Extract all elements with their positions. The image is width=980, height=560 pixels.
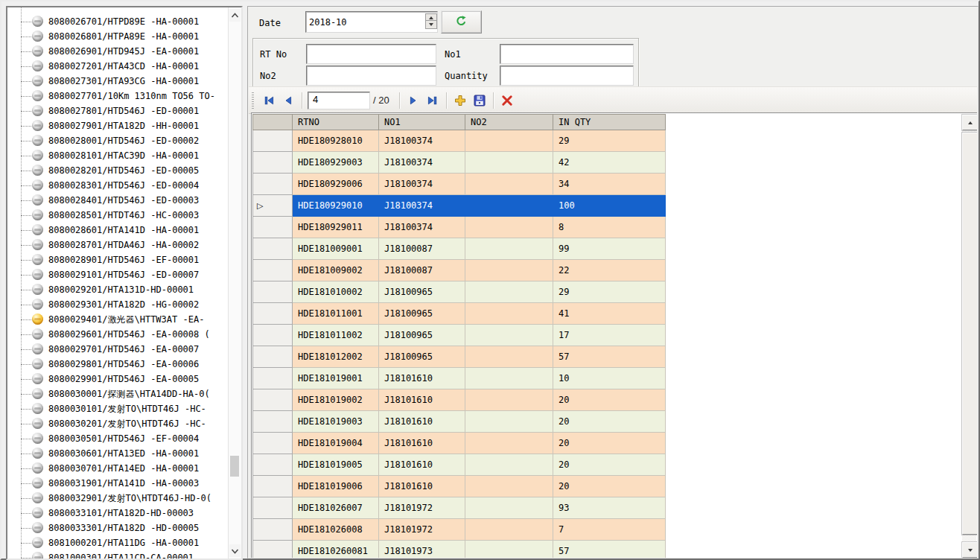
table-row[interactable]: HDE181026008J181019727 — [253, 519, 666, 541]
table-row[interactable]: HDE181009001J1810008799 — [253, 238, 666, 260]
grid-scroll-up-icon[interactable] — [962, 115, 977, 130]
grid-cell[interactable]: HDE181019002 — [293, 389, 379, 411]
grid-cell[interactable]: 41 — [553, 303, 666, 325]
grid-cell[interactable]: J18100374 — [379, 217, 465, 238]
grid-cell[interactable]: 22 — [553, 260, 666, 281]
tree-item[interactable]: 8080028701/HTDA46J -HA-00002 — [10, 238, 227, 252]
table-row[interactable]: HDE181026007J1810197293 — [253, 497, 666, 519]
grid-cell[interactable]: HDE181019004 — [293, 433, 379, 454]
grid-cell[interactable]: 17 — [553, 325, 666, 346]
rt-no-input[interactable] — [310, 47, 433, 61]
refresh-button[interactable] — [441, 10, 482, 34]
grid-cell[interactable]: J18101610 — [379, 476, 465, 497]
table-row[interactable]: HDE181011002J1810096517 — [253, 325, 666, 346]
grid-cell[interactable]: HDE180929010 — [293, 195, 379, 217]
grid-cell[interactable]: HDE1810260081 — [293, 541, 379, 559]
table-row[interactable]: HDE181012002J1810096557 — [253, 346, 666, 368]
grid-vertical-scrollbar[interactable] — [962, 115, 976, 556]
tree-item[interactable]: 8081000201/HTA11DG -HA-00001 — [10, 535, 227, 550]
grid-cell[interactable]: 42 — [553, 152, 666, 174]
grid-scroll-down-icon[interactable] — [962, 542, 977, 558]
last-page-button[interactable] — [423, 91, 442, 110]
grid-cell[interactable]: HDE181019006 — [293, 476, 379, 497]
grid-cell[interactable]: HDE181026008 — [293, 519, 379, 541]
grid-scrollbar-thumb[interactable] — [962, 133, 977, 535]
grid-column-header[interactable]: NO1 — [379, 115, 465, 130]
grid-cell[interactable]: HDE181012002 — [293, 346, 379, 368]
grid-cell[interactable]: J18101610 — [379, 433, 465, 454]
grid-cell[interactable] — [465, 368, 553, 389]
grid-cell[interactable]: J18101973 — [379, 541, 465, 559]
first-page-button[interactable] — [259, 91, 279, 110]
no1-input[interactable] — [503, 47, 630, 61]
grid-cell[interactable]: 93 — [553, 497, 666, 519]
table-row[interactable]: HDE181019002J1810161020 — [253, 389, 666, 411]
grid-cell[interactable]: HDE181009001 — [293, 238, 379, 260]
tree-vertical-scrollbar[interactable] — [228, 7, 241, 559]
next-page-button[interactable] — [404, 91, 423, 110]
grid-cell[interactable]: J18100965 — [379, 281, 465, 303]
tree-item[interactable]: 8080029701/HTD546J -EA-00007 — [10, 342, 227, 357]
grid-cell[interactable] — [465, 238, 553, 260]
grid-cell[interactable]: HDE180929003 — [293, 152, 379, 174]
grid-cell[interactable]: J18100374 — [379, 195, 465, 217]
grid-cell[interactable]: 100 — [553, 195, 666, 217]
grid-cell[interactable]: J18101610 — [379, 368, 465, 389]
row-selector-cell[interactable] — [253, 368, 293, 389]
row-selector-cell[interactable] — [253, 497, 293, 519]
row-selector-cell[interactable] — [253, 433, 293, 454]
tree-item[interactable]: 8080028401/HTD546J -ED-00003 — [10, 193, 227, 208]
row-selector-cell[interactable] — [253, 130, 293, 152]
tree-item[interactable]: 8080028001/HTD546J -ED-00002 — [10, 133, 227, 148]
tree-item[interactable]: 8080028201/HTD546J -ED-00005 — [10, 163, 227, 178]
save-record-button[interactable] — [470, 91, 489, 110]
table-row[interactable]: HDE1810260081J1810197357 — [253, 541, 666, 559]
grid-cell[interactable]: HDE181009002 — [293, 260, 379, 281]
tree-item[interactable]: 8080028901/HTD546J -EF-00001 — [10, 252, 227, 267]
row-selector-cell[interactable] — [253, 476, 293, 497]
grid-cell[interactable]: J18101972 — [379, 497, 465, 519]
grid-cell[interactable] — [465, 303, 553, 325]
tree-item[interactable]: 8080027301/HTA93CG -HA-00001 — [10, 74, 227, 89]
tree-item[interactable]: 8080030201/发射TO\HTDT46J -HC- — [10, 416, 227, 431]
grid-cell[interactable] — [465, 411, 553, 433]
row-selector-cell[interactable] — [253, 454, 293, 476]
grid-cell[interactable]: 10 — [553, 368, 666, 389]
grid-cell[interactable]: J18101610 — [379, 454, 465, 476]
grid-cell[interactable]: 57 — [553, 346, 666, 368]
grid-cell[interactable]: HDE180928010 — [293, 130, 379, 152]
table-row[interactable]: HDE181019005J1810161020 — [253, 454, 666, 476]
grid-column-header[interactable]: IN QTY — [553, 115, 666, 130]
table-row[interactable]: HDE180929011J181003748 — [253, 217, 666, 238]
tree-item[interactable]: 8080030001/探测器\HTA14DD-HA-0( — [10, 386, 227, 401]
row-selector-cell[interactable] — [253, 303, 293, 325]
spin-down-icon[interactable] — [425, 20, 437, 29]
grid-cell[interactable] — [465, 130, 553, 152]
table-row[interactable]: HDE181011001J1810096541 — [253, 303, 666, 325]
row-selector-cell[interactable] — [253, 411, 293, 433]
tree-item[interactable]: 8080028501/HTDT46J -HC-00003 — [10, 208, 227, 223]
grid-cell[interactable]: 7 — [553, 519, 666, 541]
tree-item[interactable]: 8080030101/发射TO\HTDT46J -HC- — [10, 401, 227, 416]
tree-scroll-up-icon[interactable] — [229, 9, 241, 22]
row-selector-cell[interactable] — [253, 152, 293, 174]
row-selector-cell[interactable]: ▷ — [253, 195, 293, 217]
table-row[interactable]: HDE181010002J1810096529 — [253, 281, 666, 303]
grid-cell[interactable] — [465, 195, 553, 217]
table-row[interactable]: HDE181019006J1810161020 — [253, 476, 666, 497]
grid-cell[interactable]: HDE180929011 — [293, 217, 379, 238]
tree-item[interactable]: 8080030701/HTA14ED -HA-00001 — [10, 461, 227, 476]
grid-cell[interactable] — [465, 260, 553, 281]
quantity-input[interactable] — [503, 69, 630, 83]
grid-cell[interactable]: J18100087 — [379, 260, 465, 281]
grid-cell[interactable]: J18101610 — [379, 411, 465, 433]
table-row[interactable]: HDE181009002J1810008722 — [253, 260, 666, 281]
grid-cell[interactable]: 34 — [553, 174, 666, 195]
grid-cell[interactable]: HDE181010002 — [293, 281, 379, 303]
grid-cell[interactable]: 20 — [553, 454, 666, 476]
tree-item[interactable]: 8080033301/HTA182D -HD-00005 — [10, 521, 227, 535]
table-row[interactable]: HDE180929003J1810037442 — [253, 152, 666, 174]
grid-cell[interactable]: 29 — [553, 281, 666, 303]
grid-cell[interactable]: J18100374 — [379, 174, 465, 195]
tree-item[interactable]: 8080032901/发射TO\HTDT46J-HD-0( — [10, 491, 227, 506]
